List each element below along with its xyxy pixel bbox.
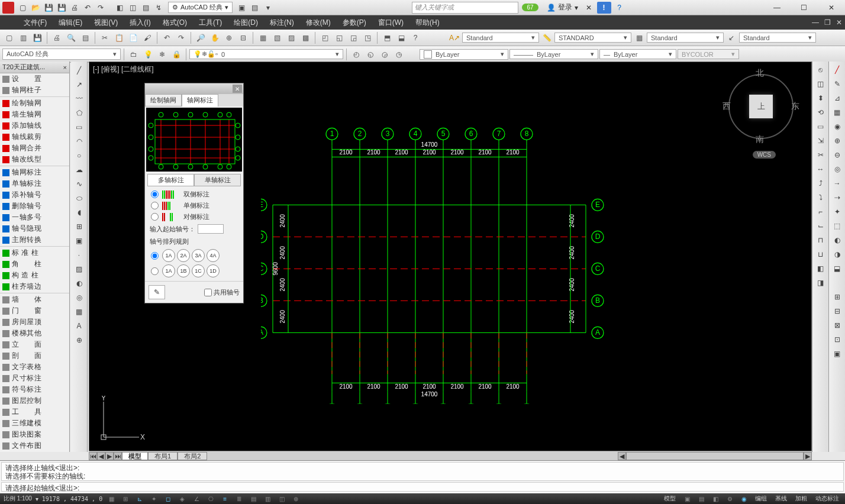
t20-item[interactable]: 一轴多号 <box>0 212 69 223</box>
mod-icon[interactable]: ◨ <box>814 277 827 289</box>
layer-tool-icon[interactable]: 🗀 <box>127 48 140 61</box>
mod-icon[interactable]: ⊓ <box>814 234 827 246</box>
menu-insert[interactable]: 插入(I) <box>124 15 156 30</box>
viewcube[interactable]: 上 北 南 西 东 <box>723 68 799 145</box>
tool-icon[interactable]: ▧ <box>270 31 283 44</box>
tablestyle-icon[interactable]: ▦ <box>633 31 646 44</box>
dialog-tab-draw[interactable]: 绘制轴网 <box>145 94 182 106</box>
dimstyle-icon[interactable]: 📏 <box>540 31 553 44</box>
mod-icon[interactable]: ◫ <box>814 78 827 90</box>
t20-item[interactable]: 图层控制 <box>0 395 69 406</box>
tool-icon[interactable]: ◲ <box>347 31 360 44</box>
t20-item[interactable]: 文字表格 <box>0 361 69 373</box>
t20-item[interactable]: 角 柱 <box>0 259 69 270</box>
t20-item[interactable]: 尺寸标注 <box>0 373 69 384</box>
t20-item[interactable]: 剖 面 <box>0 350 69 361</box>
tool-icon[interactable]: ▥ <box>17 31 30 44</box>
tool-icon[interactable]: ⬒ <box>380 31 394 44</box>
revcloud-icon[interactable]: ☁ <box>73 163 86 176</box>
sc-icon[interactable]: ◫ <box>276 494 287 503</box>
mod2-icon[interactable]: ⬚ <box>831 220 844 232</box>
layer-tool-icon[interactable]: ◷ <box>392 48 405 61</box>
subtab-multi[interactable]: 多轴标注 <box>147 174 194 186</box>
status-icon[interactable]: ▣ <box>682 494 692 503</box>
menu-file[interactable]: 文件(F) <box>18 15 53 30</box>
tab-first-icon[interactable]: ⏮ <box>89 452 97 460</box>
command-input[interactable]: 请选择起始轴线<退出>: <box>1 482 844 492</box>
t20-item[interactable]: 添加轴线 <box>0 120 69 131</box>
status-model[interactable]: 模型 <box>662 495 678 503</box>
tool-icon[interactable]: ▤ <box>79 31 92 44</box>
mod2-icon[interactable]: ⊡ <box>831 334 844 345</box>
tool-icon[interactable]: ✂ <box>98 31 111 44</box>
am-icon[interactable]: ⊕ <box>291 494 301 503</box>
radio-rule2[interactable] <box>151 267 159 275</box>
maximize-button[interactable]: ☐ <box>791 0 818 15</box>
menu-format[interactable]: 格式(O) <box>157 15 193 30</box>
help-search-input[interactable]: 键入关键字或 <box>412 2 518 14</box>
tool-icon[interactable]: ↷ <box>175 31 188 44</box>
t20-item[interactable]: 设 置 <box>0 73 69 85</box>
menu-view[interactable]: 视图(V) <box>88 15 124 30</box>
status-bold[interactable]: 加粗 <box>793 495 809 503</box>
layer-tool-icon[interactable]: ◵ <box>364 48 377 61</box>
layer-tool-icon[interactable]: ◶ <box>378 48 391 61</box>
block-icon[interactable]: ▣ <box>73 234 86 247</box>
open-icon[interactable]: 📂 <box>30 2 41 14</box>
workspace-dropdown[interactable]: ⚙ AutoCAD 经典 ▾ <box>168 2 233 13</box>
start-axis-input[interactable] <box>198 224 224 234</box>
t20-item[interactable]: 轴号隐现 <box>0 223 69 234</box>
t20-item[interactable]: 轴线裁剪 <box>0 131 69 143</box>
mod-icon[interactable]: ⎋ <box>814 64 827 76</box>
tool-icon[interactable]: 🖌 <box>141 31 154 44</box>
textstyle-dropdown[interactable]: Standard▾ <box>462 33 539 43</box>
subtab-single[interactable]: 单轴标注 <box>194 174 241 186</box>
wcs-badge[interactable]: WCS <box>753 151 776 159</box>
mod2-icon[interactable]: ⊿ <box>831 92 844 104</box>
pick-point-button[interactable]: ✎ <box>149 285 165 299</box>
hscroll-left-icon[interactable]: ◀ <box>618 452 626 460</box>
tool-icon[interactable]: ▦ <box>256 31 269 44</box>
t20-item[interactable]: 轴网柱子 <box>0 85 69 96</box>
tool-icon[interactable]: ▨ <box>285 31 298 44</box>
tool-icon[interactable]: ◳ <box>361 31 374 44</box>
mod2-icon[interactable]: ▦ <box>831 106 844 118</box>
t20-item[interactable]: 构 造 柱 <box>0 270 69 281</box>
menu-edit[interactable]: 编辑(E) <box>53 15 88 30</box>
app-logo-icon[interactable] <box>2 2 14 14</box>
mod-icon[interactable]: ▭ <box>814 121 827 133</box>
t20-item[interactable]: 墙 体 <box>0 294 69 305</box>
dialog-tab-label[interactable]: 轴网标注 <box>182 94 218 106</box>
doc-close-icon[interactable]: ✕ <box>833 17 845 28</box>
help-icon[interactable]: ? <box>614 2 625 14</box>
save-icon[interactable]: 💾 <box>43 2 54 14</box>
status-scale[interactable]: 比例 1:100 <box>4 495 32 503</box>
linetype-dropdown[interactable]: ———ByLayer▾ <box>509 49 598 59</box>
ducs-icon[interactable]: ⎔ <box>205 494 216 503</box>
ellipse-icon[interactable]: ⬭ <box>73 192 86 205</box>
tool-icon[interactable]: ↶ <box>160 31 173 44</box>
mleaderstyle-dropdown[interactable]: Standard▾ <box>739 33 816 43</box>
mod-icon[interactable]: ⤴ <box>814 177 827 189</box>
t20-item[interactable]: 门 窗 <box>0 305 69 316</box>
new-icon[interactable]: ▢ <box>17 2 28 14</box>
status-icon[interactable]: ⚙ <box>724 494 735 503</box>
tool-icon[interactable]: ◱ <box>333 31 346 44</box>
dialog-titlebar[interactable]: ✕ <box>145 83 243 94</box>
tool-icon[interactable]: ⊕ <box>222 31 236 44</box>
mod2-icon[interactable]: ⊞ <box>831 291 844 303</box>
rectangle-icon[interactable]: ▭ <box>73 121 86 134</box>
mod-icon[interactable]: ↔ <box>814 163 827 175</box>
textstyle-icon[interactable]: A↗ <box>448 31 461 44</box>
t20-item[interactable]: 柱齐墙边 <box>0 281 69 292</box>
mod-icon[interactable]: ⬍ <box>814 92 827 104</box>
mod2-icon[interactable]: ⬓ <box>831 263 844 274</box>
share-axis-checkbox[interactable]: 共用轴号 <box>204 288 240 297</box>
t20-item[interactable]: 房间屋顶 <box>0 316 69 328</box>
mod-icon[interactable]: ⤵ <box>814 192 827 203</box>
hscroll-right-icon[interactable]: ▶ <box>804 452 812 460</box>
polygon-icon[interactable]: ⬠ <box>73 106 86 119</box>
mod-icon[interactable]: ✂ <box>814 149 827 161</box>
status-baseline[interactable]: 基线 <box>773 495 789 503</box>
t20-item[interactable]: 楼梯其他 <box>0 328 69 339</box>
